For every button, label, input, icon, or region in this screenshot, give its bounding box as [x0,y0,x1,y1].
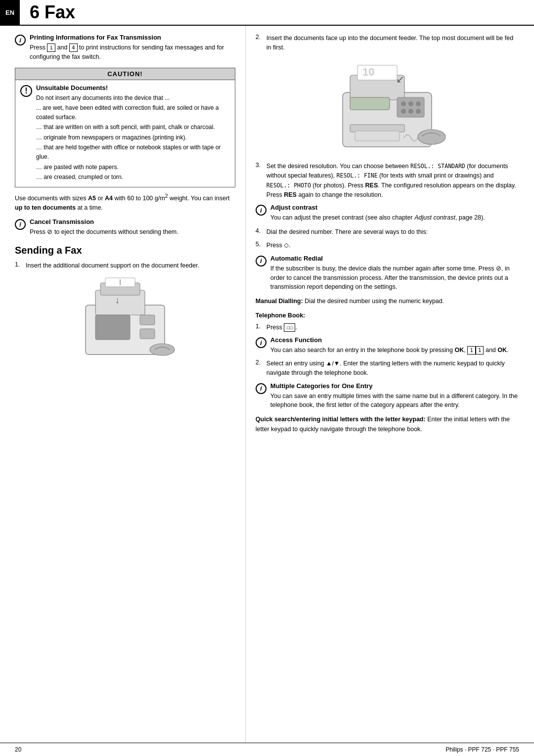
tel-book-step-2-num: 2. [256,359,264,378]
fax-image-left: ↓ [71,275,179,364]
key-4: 4 [69,44,78,52]
caution-title: Unsuitable Documents! [36,84,230,91]
info-text-redial: If the subscriber is busy, the device di… [270,264,519,292]
content-area: i Printing Informations for Fax Transmis… [0,26,534,743]
code-resol-photo: RESOL.: PHO­TO [267,182,311,189]
step-2: 2. Insert the documents face up into the… [256,34,519,53]
svg-point-18 [408,101,413,106]
quick-search-label: Quick search/entering initial letters wi… [256,416,426,423]
telephone-book-section: Telephone Book: [256,311,519,320]
info-title-redial: Automatic Redial [270,255,519,262]
info-text-contrast: You can adjust the preset contrast (see … [270,213,519,222]
step-4: 4. Dial the desired number. There are se… [256,227,519,237]
info-title-access: Access Function [270,336,519,344]
svg-point-17 [401,101,406,106]
telephone-book-label: Telephone Book: [256,312,305,319]
svg-point-22 [416,109,421,114]
fax-image-right-container: 10 ↙ [256,58,519,157]
caution-line-3: … originate from newspapers or magazines… [36,133,230,142]
info-icon-access: i [256,337,267,348]
footer-product-name: Philips · PPF 725 · PPF 755 [445,746,519,753]
info-content-contrast: Adjust contrast You can adjust the prese… [270,204,519,222]
svg-rect-6 [140,329,155,339]
info-icon-cancel: i [15,219,26,230]
footer: 20 Philips · PPF 725 · PPF 755 [0,743,534,756]
info-icon-printing: i [15,35,26,45]
svg-text:↓: ↓ [115,295,120,305]
info-text-printing: Press i and 4 to print instructions for … [30,43,235,62]
caution-line-1: ... are wet, have been edited with corre… [36,103,230,122]
svg-point-21 [408,109,413,114]
tel-book-step-2-text: Select an entry using ▲/▼. Enter the sta… [267,359,519,378]
info-title-cancel: Cancel Transmission [30,218,235,225]
svg-point-25 [418,130,445,144]
tel-book-step-1-num: 1. [256,323,264,332]
caution-line-6: … are creased, crumpled or torn. [36,173,230,182]
manual-dialling-label: Manual Dialling: [256,298,303,305]
fax-image-left-container: ↓ [15,275,235,364]
info-box-printing: i Printing Informations for Fax Transmis… [15,34,235,62]
step-2-num: 2. [256,34,264,53]
document-size-text: Use documents with sizes A5 or A4 with 6… [15,192,235,213]
header-bar: EN 6 Fax [0,0,534,26]
step-5: 5. Press ◇. [256,241,519,250]
info-title-contrast: Adjust contrast [270,204,519,211]
page-wrapper: EN 6 Fax i Printing Informations for Fax… [0,0,534,756]
page-title: 6 Fax [20,0,85,25]
info-icon-redial: i [256,256,267,267]
tel-book-step-1-text: Press ☐☐. [267,323,297,332]
tel-book-step-1: 1. Press ☐☐. [256,323,519,332]
svg-point-8 [150,344,175,356]
quick-search: Quick search/entering initial letters wi… [256,415,519,434]
info-box-redial: i Automatic Redial If the subscriber is … [256,255,519,292]
step-4-text: Dial the desired number. There are sever… [267,227,428,237]
manual-dialling: Manual Dialling: Dial the desired number… [256,297,519,306]
svg-point-19 [416,101,421,106]
info-content-printing: Printing Informations for Fax Transmissi… [30,34,235,62]
caution-line-2: … that are written on with a soft pencil… [36,123,230,132]
info-content-redial: Automatic Redial If the subscriber is bu… [270,255,519,292]
key-1b: 1 [476,346,484,355]
info-text-cancel: Press ⊘ to eject the documents without s… [30,227,235,237]
code-resol-fine: RESOL.: FINE [337,172,378,179]
caution-content: ! Unsuitable Documents! Do not insert an… [15,80,235,187]
tel-book-step-2: 2. Select an entry using ▲/▼. Enter the … [256,359,519,378]
step-1-num: 1. [15,261,23,270]
right-column: 2. Insert the documents face up into the… [246,26,534,743]
caution-box: CAUTION! ! Unsuitable Documents! Do not … [15,68,235,187]
info-box-contrast: i Adjust contrast You can adjust the pre… [256,204,519,222]
info-icon-multiple: i [256,383,267,394]
left-column: i Printing Informations for Fax Transmis… [0,26,246,743]
step-5-text: Press ◇. [267,241,291,250]
step-3-text: Set the desired resolution. You can choo… [267,162,519,200]
svg-rect-24 [355,131,400,141]
key-book: ☐☐ [284,323,295,332]
svg-rect-5 [140,315,155,325]
key-i: i [47,44,55,52]
caution-text: Unsuitable Documents! Do not insert any … [36,84,230,183]
info-box-cancel: i Cancel Transmission Press ⊘ to eject t… [15,218,235,237]
caution-line-5: … are pasted with note papers. [36,163,230,172]
lang-tag: EN [0,0,20,25]
info-content-access: Access Function You can also search for … [270,336,519,355]
svg-rect-15 [350,97,390,110]
svg-rect-16 [397,97,424,117]
svg-rect-7 [95,315,130,340]
svg-text:10: 10 [362,66,374,78]
step-4-num: 4. [256,227,264,237]
svg-point-20 [401,109,406,114]
info-box-multiple: i Multiple Categories for One Entry You … [256,382,519,410]
step-1-text: Insert the additional document support o… [26,261,199,270]
step-3-num: 3. [256,162,264,200]
key-1a: 1 [467,346,476,355]
step-5-num: 5. [256,241,264,250]
info-title-multiple: Multiple Categories for One Entry [270,382,519,390]
info-title-printing: Printing Informations for Fax Transmissi… [30,34,235,41]
footer-page-number: 20 [15,746,21,753]
step-2-text: Insert the documents face up into the do… [267,34,519,53]
step-3: 3. Set the desired resolution. You can c… [256,162,519,200]
fax-image-right: 10 ↙ [323,58,451,157]
caution-header: CAUTION! [15,68,235,80]
svg-text:↙: ↙ [396,74,404,85]
info-content-multiple: Multiple Categories for One Entry You ca… [270,382,519,410]
